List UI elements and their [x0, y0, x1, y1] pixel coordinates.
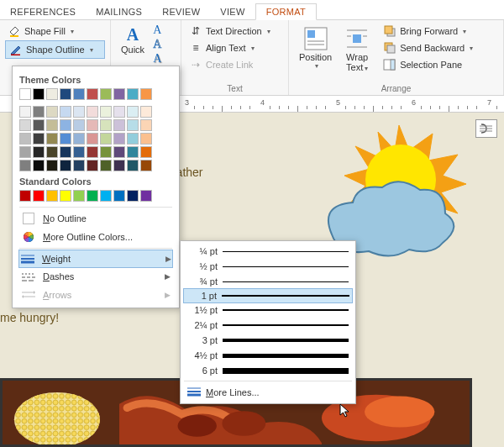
wrap-text-button[interactable]: WrapText▾ [339, 24, 375, 74]
color-swatch[interactable] [113, 133, 125, 145]
color-swatch[interactable] [46, 119, 58, 131]
color-swatch[interactable] [73, 146, 85, 158]
color-swatch[interactable] [19, 146, 31, 158]
color-swatch[interactable] [100, 190, 112, 202]
weight-option[interactable]: 2¼ pt [184, 318, 352, 333]
color-swatch[interactable] [19, 88, 31, 100]
color-swatch[interactable] [127, 88, 139, 100]
color-swatch[interactable] [127, 160, 139, 171]
color-swatch[interactable] [100, 146, 112, 158]
send-backward-button[interactable]: Send Backward▾ [381, 40, 498, 55]
color-swatch[interactable] [73, 88, 85, 100]
weight-menu-item[interactable]: Weight ▶ [18, 250, 173, 268]
color-swatch[interactable] [19, 119, 31, 131]
color-swatch[interactable] [113, 160, 125, 171]
color-swatch[interactable] [19, 160, 31, 171]
text-direction-button[interactable]: ⇵ Text Direction▾ [186, 24, 283, 39]
color-swatch[interactable] [33, 190, 45, 202]
color-swatch[interactable] [87, 106, 98, 118]
color-swatch[interactable] [127, 146, 139, 158]
color-swatch[interactable] [127, 133, 139, 145]
color-swatch[interactable] [140, 106, 152, 118]
color-swatch[interactable] [100, 106, 112, 118]
color-swatch[interactable] [140, 146, 152, 158]
color-swatch[interactable] [60, 146, 71, 158]
selection-pane-button[interactable]: Selection Pane [381, 57, 498, 72]
color-swatch[interactable] [73, 133, 85, 145]
color-swatch[interactable] [46, 106, 58, 118]
color-swatch[interactable] [140, 119, 152, 131]
color-swatch[interactable] [140, 88, 152, 100]
color-swatch[interactable] [113, 119, 125, 131]
more-outline-colors-item[interactable]: More Outline Colors... [19, 228, 172, 246]
color-swatch[interactable] [33, 106, 45, 118]
color-swatch[interactable] [113, 106, 125, 118]
text-outline-icon[interactable]: A [153, 38, 161, 51]
color-swatch[interactable] [100, 88, 112, 100]
tab-mailings[interactable]: MAILINGS [86, 4, 152, 19]
align-text-button[interactable]: ≡ Align Text▾ [186, 40, 283, 55]
color-swatch[interactable] [73, 190, 85, 202]
color-swatch[interactable] [73, 160, 85, 171]
weight-option[interactable]: 4½ pt [184, 348, 352, 363]
text-effects-icon[interactable]: A [153, 52, 161, 66]
color-swatch[interactable] [100, 119, 112, 131]
color-swatch[interactable] [46, 146, 58, 158]
color-swatch[interactable] [60, 119, 71, 131]
color-swatch[interactable] [33, 119, 45, 131]
color-swatch[interactable] [60, 160, 71, 171]
color-swatch[interactable] [87, 146, 98, 158]
color-swatch[interactable] [60, 190, 71, 202]
color-swatch[interactable] [87, 119, 98, 131]
position-button[interactable]: Position▾ [294, 24, 337, 71]
tab-review[interactable]: REVIEW [152, 4, 210, 19]
color-swatch[interactable] [87, 88, 98, 100]
color-swatch[interactable] [46, 133, 58, 145]
color-swatch[interactable] [140, 190, 152, 202]
color-swatch[interactable] [46, 88, 58, 100]
weight-option[interactable]: ¾ pt [184, 274, 352, 289]
color-swatch[interactable] [140, 133, 152, 145]
weight-option[interactable]: ½ pt [184, 259, 352, 274]
color-swatch[interactable] [33, 88, 45, 100]
color-swatch[interactable] [60, 133, 71, 145]
color-swatch[interactable] [73, 119, 85, 131]
color-swatch[interactable] [87, 133, 98, 145]
color-swatch[interactable] [140, 160, 152, 171]
color-swatch[interactable] [113, 88, 125, 100]
tab-references[interactable]: REFERENCES [0, 4, 86, 19]
color-swatch[interactable] [127, 119, 139, 131]
weight-option[interactable]: 6 pt [184, 363, 352, 378]
color-swatch[interactable] [46, 190, 58, 202]
color-swatch[interactable] [60, 106, 71, 118]
color-swatch[interactable] [127, 190, 139, 202]
bring-forward-button[interactable]: Bring Forward▾ [381, 24, 498, 39]
more-lines-item[interactable]: More Lines... [184, 384, 352, 401]
weight-option[interactable]: ¼ pt [184, 244, 352, 259]
text-fill-icon[interactable]: A [153, 24, 161, 37]
color-swatch[interactable] [19, 133, 31, 145]
color-swatch[interactable] [33, 146, 45, 158]
color-swatch[interactable] [113, 146, 125, 158]
color-swatch[interactable] [73, 106, 85, 118]
weight-option[interactable]: 1 pt [183, 288, 353, 303]
dashes-menu-item[interactable]: Dashes ▶ [19, 267, 172, 286]
layout-options-button[interactable] [475, 119, 497, 138]
color-swatch[interactable] [127, 106, 139, 118]
color-swatch[interactable] [100, 133, 112, 145]
color-swatch[interactable] [19, 190, 31, 202]
shape-fill-button[interactable]: Shape Fill ▾ [5, 24, 105, 39]
color-swatch[interactable] [19, 106, 31, 118]
color-swatch[interactable] [87, 160, 98, 171]
tab-format[interactable]: FORMAT [255, 3, 317, 20]
weight-option[interactable]: 1½ pt [184, 302, 352, 318]
color-swatch[interactable] [33, 133, 45, 145]
color-swatch[interactable] [46, 160, 58, 171]
arrows-menu-item[interactable]: Arrows ▶ [19, 286, 172, 304]
color-swatch[interactable] [33, 160, 45, 171]
tab-view[interactable]: VIEW [210, 4, 255, 19]
color-swatch[interactable] [87, 190, 98, 202]
color-swatch[interactable] [60, 88, 71, 100]
no-outline-item[interactable]: No Outline [19, 209, 172, 228]
weight-option[interactable]: 3 pt [184, 333, 352, 348]
